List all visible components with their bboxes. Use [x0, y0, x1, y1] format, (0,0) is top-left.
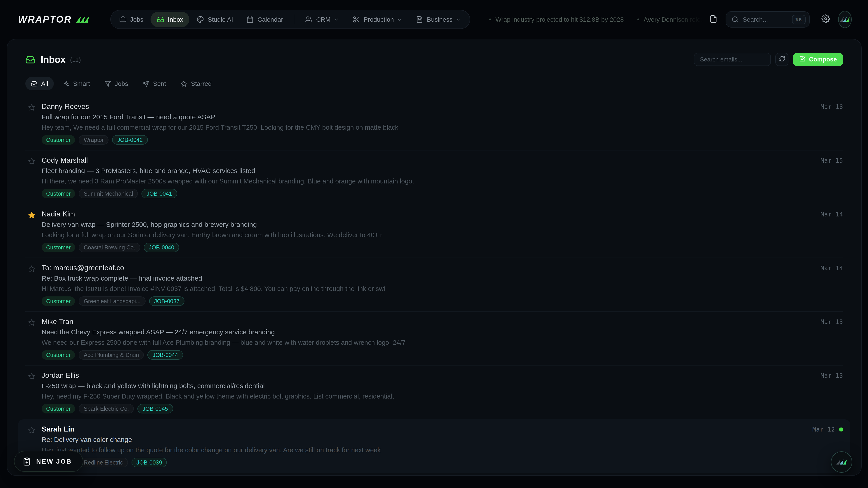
new-job-button[interactable]: NEW JOB	[14, 451, 83, 472]
star-icon[interactable]	[28, 427, 35, 434]
unread-dot	[839, 427, 843, 431]
email-date: Mar 12	[812, 426, 835, 433]
chevron-down-icon	[333, 17, 339, 22]
ticker-dot-icon	[638, 19, 639, 20]
filter-tab-starred[interactable]: Starred	[175, 77, 217, 90]
email-date: Mar 18	[820, 103, 843, 110]
sparkles-icon	[63, 80, 69, 87]
search-shortcut-badge: ⌘K	[792, 15, 806, 24]
email-row[interactable]: To: marcus@greenleaf.coRe: Box truck wra…	[25, 258, 843, 312]
global-search-input[interactable]	[743, 16, 788, 23]
filter-tab-sent[interactable]: Sent	[137, 77, 172, 90]
nav-item-label: Calendar	[257, 16, 283, 23]
email-row[interactable]: Cody MarshallFleet branding — 3 ProMaste…	[25, 151, 843, 204]
ticker-dot-icon	[489, 19, 491, 20]
email-snippet: Hey team, We need a full commercial wrap…	[41, 124, 775, 131]
email-row[interactable]: Sarah LinRe: Delivery van color changeHe…	[18, 419, 850, 473]
filter-tab-label: All	[41, 80, 48, 87]
email-subject: F-250 wrap — black and yellow with light…	[41, 382, 775, 390]
user-avatar[interactable]	[838, 11, 852, 28]
star-icon[interactable]	[28, 373, 35, 380]
file-text-icon	[416, 16, 423, 23]
email-meta: Mar 15	[820, 157, 843, 164]
inbox-icon	[25, 55, 35, 64]
email-subject: Fleet branding — 3 ProMasters, blue and …	[41, 167, 775, 174]
send-icon	[143, 80, 149, 87]
fab-slashes-icon	[836, 459, 847, 465]
nav-item-calendar[interactable]: Calendar	[240, 12, 289, 27]
avatar-slashes-icon	[840, 17, 850, 22]
global-search[interactable]: ⌘K	[725, 11, 809, 28]
email-list: Danny ReevesFull wrap for our 2015 Ford …	[25, 97, 843, 473]
tag-customer: Customer	[41, 404, 75, 414]
email-date: Mar 13	[820, 372, 843, 379]
tag-job-0039: JOB-0039	[131, 458, 167, 467]
tag-summit-mechanical: Summit Mechanical	[79, 189, 138, 198]
ticker-text: Avery Dennison releases 14 new Supreme	[644, 16, 705, 23]
filter-tab-label: Jobs	[115, 80, 128, 87]
filter-tab-all[interactable]: All	[25, 77, 54, 90]
gear-icon	[821, 14, 830, 24]
main-nav: JobsInboxStudio AICalendarCRMProductionB…	[110, 10, 470, 29]
nav-item-production[interactable]: Production	[346, 12, 409, 27]
email-meta: Mar 14	[820, 211, 843, 218]
email-row[interactable]: Nadia KimDelivery van wrap — Sprinter 25…	[25, 204, 843, 258]
email-snippet: Hey, need my F-250 Super Duty wrapped. B…	[41, 393, 775, 400]
tag-customer: Customer	[41, 189, 75, 198]
tag-wraptor: Wraptor	[79, 135, 108, 144]
filter-tab-smart[interactable]: Smart	[57, 77, 95, 90]
email-subject: Full wrap for our 2015 Ford Transit — ne…	[41, 113, 775, 121]
filter-tab-label: Starred	[191, 80, 212, 87]
email-snippet: Looking for a full wrap on our Sprinter …	[41, 231, 775, 238]
tag-customer: Customer	[41, 135, 75, 144]
refresh-button[interactable]	[776, 53, 789, 66]
brand-slashes-icon	[76, 16, 89, 23]
nav-item-label: Inbox	[168, 16, 183, 23]
new-job-label: NEW JOB	[36, 458, 72, 465]
email-meta: Mar 18	[820, 103, 843, 110]
email-row[interactable]: Danny ReevesFull wrap for our 2015 Ford …	[25, 97, 843, 151]
email-sender: Mike Tran	[41, 318, 775, 326]
nav-item-business[interactable]: Business	[410, 12, 467, 27]
nav-item-inbox[interactable]: Inbox	[151, 12, 190, 27]
inbox-icon	[31, 80, 37, 87]
filter-tab-jobs[interactable]: Jobs	[99, 77, 133, 90]
email-subject: Need the Chevy Express wrapped ASAP — 24…	[41, 328, 775, 336]
email-meta: Mar 14	[820, 265, 843, 271]
inbox-actions: Compose	[694, 53, 843, 66]
nav-item-studio-ai[interactable]: Studio AI	[191, 12, 239, 27]
inbox-count: (11)	[70, 56, 81, 63]
tag-greenleaf-landscapi: Greenleaf Landscapi...	[79, 296, 146, 306]
nav-divider	[294, 14, 294, 24]
settings-button[interactable]	[821, 14, 830, 24]
assistant-fab[interactable]	[831, 451, 852, 473]
email-search-input[interactable]	[694, 53, 771, 66]
document-icon[interactable]	[709, 15, 717, 24]
star-icon[interactable]	[28, 212, 35, 219]
star-icon[interactable]	[28, 104, 35, 111]
star-icon[interactable]	[28, 158, 35, 165]
nav-item-jobs[interactable]: Jobs	[113, 12, 150, 27]
email-row[interactable]: Jordan EllisF-250 wrap — black and yello…	[25, 365, 843, 419]
palette-icon	[197, 16, 204, 23]
tag-job-0042: JOB-0042	[112, 135, 148, 144]
email-date: Mar 13	[820, 319, 843, 325]
email-row[interactable]: Mike TranNeed the Chevy Express wrapped …	[25, 312, 843, 365]
brand-logo[interactable]: WRAPTOR	[18, 14, 89, 25]
email-tags: CustomerGreenleaf Landscapi...JOB-0037	[41, 296, 775, 306]
star-icon[interactable]	[28, 319, 35, 326]
email-sender: Nadia Kim	[41, 210, 775, 218]
tag-redline-electric: Redline Electric	[79, 458, 128, 467]
email-tags: CustomerSpark Electric Co.JOB-0045	[41, 404, 775, 414]
star-icon[interactable]	[28, 265, 35, 272]
ticker-text: Wrap industry projected to hit $12.8B by…	[495, 16, 624, 23]
compose-button[interactable]: Compose	[793, 53, 843, 66]
inbox-header: Inbox (11) Compose	[25, 53, 843, 66]
news-ticker: Wrap industry projected to hit $12.8B by…	[489, 16, 705, 23]
nav-item-label: CRM	[316, 16, 331, 23]
email-date: Mar 15	[820, 157, 843, 164]
tag-customer: Customer	[41, 242, 75, 252]
email-tags: CustomerCoastal Brewing Co.JOB-0040	[41, 242, 775, 252]
nav-item-crm[interactable]: CRM	[299, 12, 346, 27]
chevron-down-icon	[455, 17, 461, 22]
